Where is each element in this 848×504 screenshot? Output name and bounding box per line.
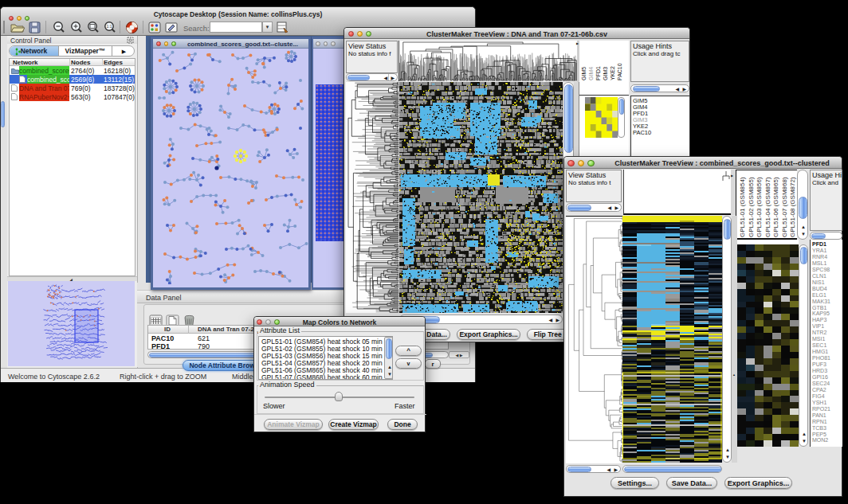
svg-text:1:1: 1:1 bbox=[107, 24, 112, 29]
